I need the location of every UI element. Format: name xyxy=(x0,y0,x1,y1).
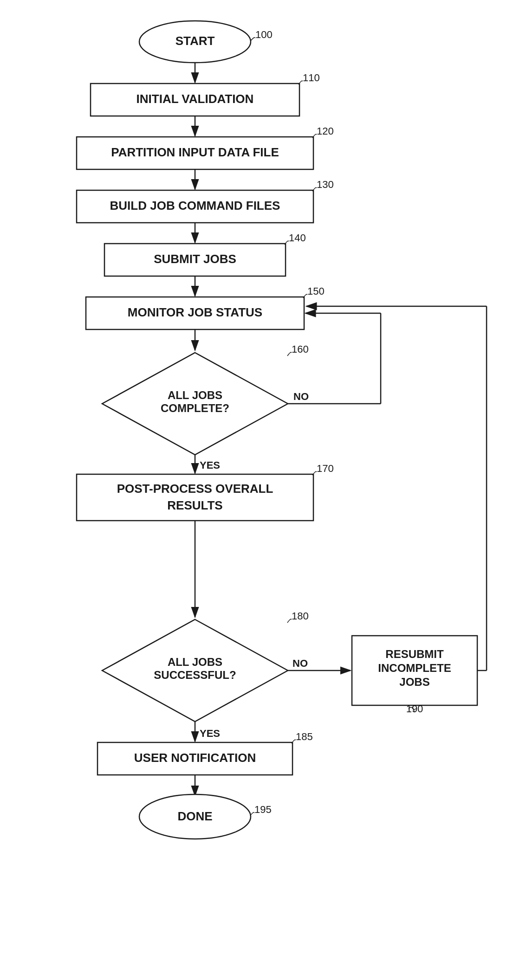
node-170-ref: 170 xyxy=(317,463,334,474)
node-160-yes: YES xyxy=(200,459,220,471)
node-150-ref: 150 xyxy=(307,285,325,297)
node-160-no: NO xyxy=(293,391,309,402)
node-110-label: INITIAL VALIDATION xyxy=(136,92,254,106)
node-180-label1: ALL JOBS xyxy=(168,656,222,668)
done-ref: 195 xyxy=(254,804,272,815)
start-label: START xyxy=(176,34,215,48)
done-label: DONE xyxy=(177,809,212,823)
node-160-label2: COMPLETE? xyxy=(161,402,229,414)
diagram-container: START 100 INITIAL VALIDATION 110 PARTITI… xyxy=(0,0,507,980)
node-130-label: BUILD JOB COMMAND FILES xyxy=(110,199,280,213)
node-120-ref: 120 xyxy=(317,125,334,137)
node-190-label1: RESUBMIT xyxy=(385,648,444,660)
node-180-ref: 180 xyxy=(292,610,309,622)
start-ref: 100 xyxy=(255,29,273,40)
node-185-label: USER NOTIFICATION xyxy=(134,751,256,765)
node-120-label: PARTITION INPUT DATA FILE xyxy=(111,145,279,159)
node-160-label1: ALL JOBS xyxy=(168,389,222,401)
node-160-ref: 160 xyxy=(292,343,309,355)
node-180-yes: YES xyxy=(200,728,220,739)
node-190-label2: INCOMPLETE xyxy=(378,662,451,674)
node-150-label: MONITOR JOB STATUS xyxy=(128,305,262,319)
node-170-label1: POST-PROCESS OVERALL xyxy=(117,482,273,496)
node-110-ref: 110 xyxy=(303,72,320,84)
node-170-label2: RESULTS xyxy=(167,498,222,512)
node-130-ref: 130 xyxy=(317,179,334,190)
node-190-label3: JOBS xyxy=(399,676,429,688)
node-180-label2: SUCCESSFUL? xyxy=(154,669,236,681)
svg-rect-18 xyxy=(77,474,313,521)
node-140-ref: 140 xyxy=(289,232,306,244)
node-185-ref: 185 xyxy=(296,731,313,742)
node-140-label: SUBMIT JOBS xyxy=(154,252,236,266)
node-180-no: NO xyxy=(292,658,308,669)
